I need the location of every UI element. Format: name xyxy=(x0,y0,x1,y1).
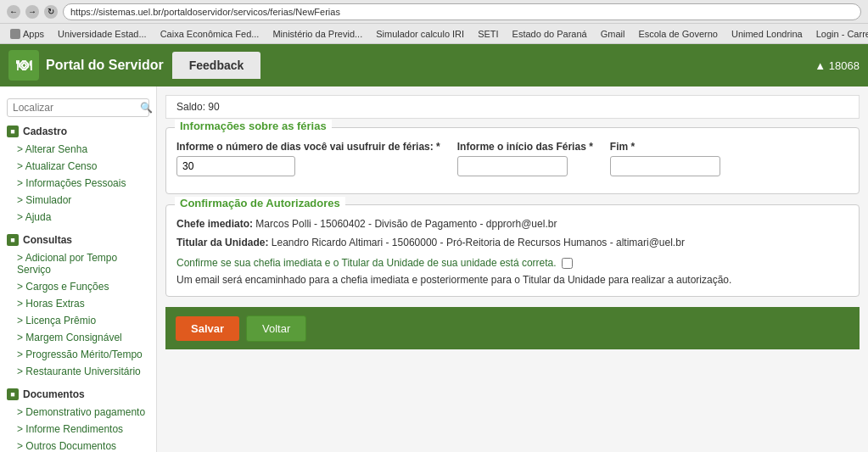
chefe-value: Marcos Polli - 15060402 - Divisão de Pag… xyxy=(255,218,557,230)
content-area: Saldo: 90 Informações sobre as férias In… xyxy=(157,86,868,452)
refresh-button[interactable]: ↻ xyxy=(44,5,58,19)
main-layout: 🔍 ■ Cadastro > Alterar Senha > Atualizar… xyxy=(0,86,868,452)
search-box[interactable]: 🔍 xyxy=(7,98,149,117)
field-days-group: Informe o número de dias você vai usufru… xyxy=(176,141,440,176)
bookmark-carrefour[interactable]: Login - Carrefour xyxy=(811,28,868,40)
bookmark-cef[interactable]: Caixa Econômica Fed... xyxy=(155,28,265,40)
ferias-section-title: Informações sobre as férias xyxy=(175,120,332,132)
sidebar-item-ajuda[interactable]: > Ajuda xyxy=(0,209,156,226)
back-button[interactable]: ← xyxy=(7,5,20,19)
voltar-button[interactable]: Voltar xyxy=(246,315,306,342)
consultas-label: Consultas xyxy=(23,234,72,246)
logo-icon: 🍽 xyxy=(8,50,39,81)
confirm-checkbox[interactable] xyxy=(562,258,573,269)
sidebar-item-outros-docs[interactable]: > Outros Documentos xyxy=(0,438,156,452)
browser-bar: ← → ↻ https://sistemas.uel.br/portaldose… xyxy=(0,0,868,24)
chefe-info: Chefe imediato: Marcos Polli - 15060402 … xyxy=(176,218,848,230)
field-inicio-label: Informe o início das Férias * xyxy=(457,141,593,153)
user-id: ▲ 18068 xyxy=(815,59,860,72)
chefe-label: Chefe imediato: xyxy=(176,218,253,230)
titular-label: Titular da Unidade: xyxy=(176,237,268,248)
field-inicio-input[interactable] xyxy=(457,156,568,176)
sidebar-item-adicional[interactable]: > Adicional por Tempo Serviço xyxy=(0,249,156,278)
sidebar: 🔍 ■ Cadastro > Alterar Senha > Atualizar… xyxy=(0,86,157,452)
apps-icon xyxy=(10,29,20,39)
field-fim-input[interactable] xyxy=(610,156,720,176)
titular-value: Leandro Ricardo Altimari - 15060000 - Pr… xyxy=(272,237,685,248)
forward-button[interactable]: → xyxy=(25,5,39,19)
sidebar-section-consultas: ■ Consultas > Adicional por Tempo Serviç… xyxy=(0,231,156,380)
section-title-documentos: ■ Documentos xyxy=(0,385,156,404)
feedback-tab[interactable]: Feedback xyxy=(172,52,261,79)
bookmark-unimed[interactable]: Unimed Londrina xyxy=(726,28,808,40)
documentos-label: Documentos xyxy=(23,388,85,400)
saldo-text: Saldo: 90 xyxy=(176,101,220,113)
field-fim-label: Fim * xyxy=(610,141,720,153)
field-inicio-group: Informe o início das Férias * xyxy=(457,141,593,176)
sidebar-item-alterar-senha[interactable]: > Alterar Senha xyxy=(0,141,156,158)
sidebar-item-informacoes-pessoais[interactable]: > Informações Pessoais xyxy=(0,175,156,192)
sidebar-section-documentos: ■ Documentos > Demonstrativo pagamento >… xyxy=(0,385,156,452)
saldo-row: Saldo: 90 xyxy=(165,95,860,119)
bookmark-gmail[interactable]: Gmail xyxy=(596,28,630,40)
bookmark-simulador[interactable]: Simulador calculo IRI xyxy=(371,28,469,40)
bookmarks-bar: Apps Universidade Estad... Caixa Econômi… xyxy=(0,24,868,44)
apps-bookmark[interactable]: Apps xyxy=(5,28,49,40)
sidebar-section-cadastro: ■ Cadastro > Alterar Senha > Atualizar C… xyxy=(0,122,156,226)
search-icon: 🔍 xyxy=(140,102,153,114)
confirmacao-section-title: Confirmação de Autorizadores xyxy=(175,197,345,209)
search-input[interactable] xyxy=(13,102,140,114)
documentos-icon: ■ xyxy=(7,388,19,400)
confirm-note: Um email será encaminhado para a chefia … xyxy=(176,274,848,286)
portal-logo: 🍽 Portal do Servidor xyxy=(8,50,164,81)
user-info[interactable]: ▲ 18068 xyxy=(815,59,860,72)
bookmark-uel[interactable]: Universidade Estad... xyxy=(53,28,152,40)
confirm-check-row: Confirme se sua chefia imediata e o Titu… xyxy=(176,257,848,269)
ferias-section: Informações sobre as férias Informe o nú… xyxy=(165,127,860,194)
field-days-input[interactable] xyxy=(176,156,295,176)
portal-title: Portal do Servidor xyxy=(46,58,164,73)
sidebar-item-margem[interactable]: > Margem Consignável xyxy=(0,329,156,346)
top-bar: 🍽 Portal do Servidor Feedback ▲ 18068 xyxy=(0,44,868,86)
sidebar-item-licenca[interactable]: > Licença Prêmio xyxy=(0,312,156,329)
sidebar-item-simulador[interactable]: > Simulador xyxy=(0,192,156,209)
consultas-icon: ■ xyxy=(7,234,19,246)
sidebar-item-progressao[interactable]: > Progressão Mérito/Tempo xyxy=(0,346,156,363)
field-fim-group: Fim * xyxy=(610,141,720,176)
titular-info: Titular da Unidade: Leandro Ricardo Alti… xyxy=(176,237,848,248)
sidebar-item-atualizar-censo[interactable]: > Atualizar Censo xyxy=(0,158,156,175)
confirm-check-text: Confirme se sua chefia imediata e o Titu… xyxy=(176,257,557,269)
url-text: https://sistemas.uel.br/portaldoservidor… xyxy=(70,7,340,17)
sidebar-item-cargos[interactable]: > Cargos e Funções xyxy=(0,278,156,295)
sidebar-item-informe[interactable]: > Informe Rendimentos xyxy=(0,421,156,438)
bookmark-previdencia[interactable]: Ministério da Previd... xyxy=(267,28,367,40)
field-days-label: Informe o número de dias você vai usufru… xyxy=(176,141,440,153)
salvar-button[interactable]: Salvar xyxy=(176,316,239,341)
section-title-consultas: ■ Consultas xyxy=(0,231,156,249)
feedback-label: Feedback xyxy=(189,59,244,72)
sidebar-item-horas-extras[interactable]: > Horas Extras xyxy=(0,295,156,312)
bookmark-escola[interactable]: Escola de Governo xyxy=(633,28,723,40)
cadastro-label: Cadastro xyxy=(23,126,67,137)
url-bar[interactable]: https://sistemas.uel.br/portaldoservidor… xyxy=(63,3,861,20)
cadastro-icon: ■ xyxy=(7,126,19,137)
sidebar-item-demonstrativo[interactable]: > Demonstrativo pagamento xyxy=(0,404,156,421)
action-bar: Salvar Voltar xyxy=(165,307,860,349)
sidebar-item-restaurante[interactable]: > Restaurante Universitário xyxy=(0,363,156,380)
logo-glyph: 🍽 xyxy=(16,57,31,75)
bookmark-seti[interactable]: SETI xyxy=(473,28,503,40)
ferias-form-row: Informe o número de dias você vai usufru… xyxy=(176,141,848,176)
bookmark-parana[interactable]: Estado do Paraná xyxy=(507,28,592,40)
confirmacao-section: Confirmação de Autorizadores Chefe imedi… xyxy=(165,204,860,297)
section-title-cadastro: ■ Cadastro xyxy=(0,122,156,141)
